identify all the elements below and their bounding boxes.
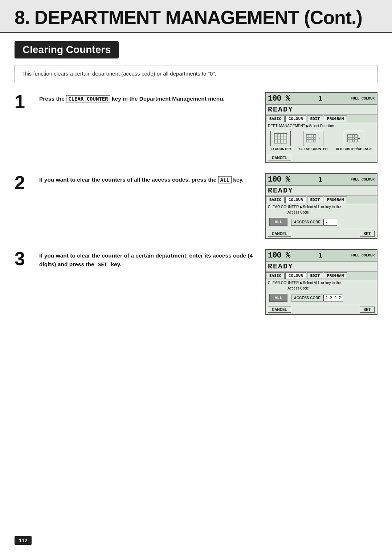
lcd-one-1: 1	[318, 94, 322, 103]
lcd-screen-1: 100 % 1 FULL COLOUR READY BASIC COLOUR E…	[265, 92, 377, 163]
lcd-bottom-two-3: CANCEL SET	[266, 305, 377, 314]
lcd-bottom-two-2: CANCEL SET	[266, 229, 377, 238]
lcd-id-register-label: ID REGISTER/CHANGE	[336, 147, 372, 151]
step-3-text: If you want to clear the counter of a ce…	[39, 249, 256, 269]
lcd-percent-2: 100 %	[268, 175, 290, 184]
tab-colour-1[interactable]: COLOUR	[285, 116, 306, 122]
lcd-clear-counter-label: CLEAR COUNTER	[299, 147, 327, 151]
info-box: This function clears a certain departmen…	[15, 65, 377, 82]
access-code-group-3: ACCESS CODE 1 2 9 7	[291, 295, 343, 301]
lcd-percent-1: 100 %	[268, 94, 290, 103]
step-2-number: 2	[15, 173, 30, 192]
lcd-id-counter-box	[270, 131, 291, 146]
step-2-label: If you want to clear the counters of all…	[39, 177, 244, 183]
all-button-2[interactable]: ALL	[269, 218, 287, 226]
lcd-menu-line-2a: CLEAR COUNTER ▶Select ALL or key in the	[266, 204, 377, 210]
lcd-access-row-2: ALL ACCESS CODE -	[266, 215, 377, 229]
lcd-one-3: 1	[318, 251, 322, 260]
step-2-text: If you want to clear the counters of all…	[39, 173, 256, 184]
clear-icon-content: →	[306, 134, 320, 142]
tab-program-1[interactable]: PROGRAM	[324, 116, 347, 122]
lcd-ready-1: READY	[266, 105, 377, 115]
tab-edit-1[interactable]: EDIT	[307, 116, 323, 122]
tab-basic-3[interactable]: BASIC	[266, 272, 285, 279]
lcd-top-bar-2: 100 % 1 FULL COLOUR	[266, 174, 377, 186]
cancel-btn-1[interactable]: CANCEL	[268, 155, 291, 161]
lcd-menu-line-1: DEPT. MANAGEMENT ▶Select Function	[266, 123, 377, 129]
grid-icon-1	[274, 133, 287, 143]
lcd-full-colour-3: FULL COLOUR	[351, 254, 375, 258]
access-code-label-3: ACCESS CODE	[291, 295, 323, 301]
step-1-text: Press the CLEAR COUNTER key in the Depar…	[39, 92, 256, 103]
lcd-menu-line-3a: CLEAR COUNTER ▶Select ALL or key in the	[266, 280, 377, 285]
tab-edit-3[interactable]: EDIT	[307, 272, 323, 279]
all-button-3[interactable]: ALL	[269, 294, 287, 302]
set-btn-2[interactable]: SET	[360, 231, 375, 237]
lcd-tab-row-3: BASIC COLOUR EDIT PROGRAM	[266, 272, 377, 280]
lcd-top-bar-3: 100 % 1 FULL COLOUR	[266, 250, 377, 262]
tab-edit-2[interactable]: EDIT	[307, 197, 323, 203]
tab-program-2[interactable]: PROGRAM	[324, 197, 347, 203]
section-title: Clearing Counters	[15, 41, 119, 58]
step-2: 2 If you want to clear the counters of a…	[15, 173, 377, 239]
lcd-icon-row-1: ID COUNTER → CLEAR COUNTER	[266, 129, 377, 153]
grid-icon-3	[347, 134, 358, 142]
lcd-bottom-row-1: CANCEL	[266, 153, 377, 162]
lcd-id-register: ✏ ID REGISTER/CHANGE	[336, 131, 372, 151]
access-code-value-2: -	[323, 219, 337, 226]
page-title: 8. DEPARTMENT MANAGEMENT (Cont.)	[15, 7, 377, 28]
lcd-access-row-3: ALL ACCESS CODE 1 2 9 7	[266, 291, 377, 305]
step-1-label: Press the CLEAR COUNTER key in the Depar…	[39, 96, 225, 102]
lcd-top-bar-1: 100 % 1 FULL COLOUR	[266, 93, 377, 105]
lcd-tab-row-1: BASIC COLOUR EDIT PROGRAM	[266, 115, 377, 123]
lcd-ready-2: READY	[266, 186, 377, 196]
tab-basic-2[interactable]: BASIC	[266, 197, 285, 203]
step-1-number: 1	[15, 92, 30, 111]
pencil-icon: ✏	[358, 137, 360, 140]
lcd-screen-2: 100 % 1 FULL COLOUR READY BASIC COLOUR E…	[265, 173, 377, 239]
lcd-tab-row-2: BASIC COLOUR EDIT PROGRAM	[266, 196, 377, 204]
cancel-btn-2[interactable]: CANCEL	[268, 231, 291, 237]
tab-colour-2[interactable]: COLOUR	[285, 197, 306, 203]
step-3: 3 If you want to clear the counter of a …	[15, 249, 377, 315]
page-number: 112	[15, 536, 32, 545]
lcd-ready-3: READY	[266, 262, 377, 272]
arrow-icon: →	[317, 137, 320, 141]
set-btn-3[interactable]: SET	[360, 307, 375, 313]
lcd-clear-counter-box: →	[303, 131, 323, 146]
clear-counter-key: CLEAR COUNTER	[66, 95, 110, 102]
register-icon-content: ✏	[347, 134, 360, 142]
step-3-number: 3	[15, 249, 30, 268]
access-code-label-2: ACCESS CODE	[291, 219, 323, 226]
lcd-id-counter: ID COUNTER	[270, 131, 291, 151]
all-key: ALL	[218, 176, 232, 183]
lcd-one-2: 1	[318, 175, 322, 184]
grid-icon-2	[306, 134, 316, 142]
lcd-full-colour-1: FULL COLOUR	[351, 97, 375, 101]
cancel-btn-3[interactable]: CANCEL	[268, 307, 291, 313]
lcd-clear-counter: → CLEAR COUNTER	[299, 131, 327, 151]
info-text: This function clears a certain departmen…	[21, 70, 216, 77]
lcd-screen-3: 100 % 1 FULL COLOUR READY BASIC COLOUR E…	[265, 249, 377, 315]
step-1: 1 Press the CLEAR COUNTER key in the Dep…	[15, 92, 377, 163]
tab-colour-3[interactable]: COLOUR	[285, 272, 306, 279]
page-header: 8. DEPARTMENT MANAGEMENT (Cont.)	[0, 0, 392, 33]
tab-program-3[interactable]: PROGRAM	[324, 272, 347, 279]
lcd-id-counter-label: ID COUNTER	[270, 147, 291, 151]
lcd-percent-3: 100 %	[268, 251, 290, 260]
lcd-menu-line-3b: Access Code	[266, 285, 377, 291]
lcd-menu-line-2b: Access Code	[266, 210, 377, 215]
lcd-full-colour-2: FULL COLOUR	[351, 178, 375, 182]
lcd-id-register-box: ✏	[344, 131, 364, 146]
access-code-group-2: ACCESS CODE -	[291, 219, 337, 226]
set-key: SET	[96, 261, 109, 268]
step-3-label: If you want to clear the counter of a ce…	[39, 252, 253, 267]
tab-basic-1[interactable]: BASIC	[266, 116, 285, 122]
access-code-value-3: 1 2 9 7	[323, 295, 343, 301]
